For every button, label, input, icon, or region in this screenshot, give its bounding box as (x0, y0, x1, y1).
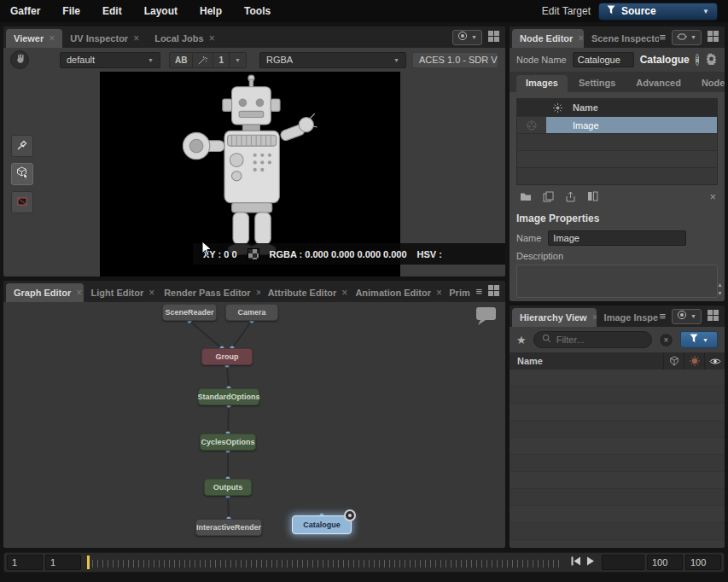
export-icon[interactable] (562, 189, 578, 203)
bookmark-star-icon[interactable]: ★ (516, 334, 527, 346)
graph-canvas[interactable]: SceneReader Camera Group StandardOptions… (3, 302, 505, 548)
tab-scene-inspector[interactable]: Scene Inspecto (584, 29, 660, 48)
menu-gaffer[interactable]: Gaffer (10, 5, 40, 17)
tab-light-editor[interactable]: Light Editor × (84, 283, 157, 302)
description-textarea[interactable] (516, 265, 718, 298)
node-group[interactable]: Group (201, 348, 253, 365)
frame-ruler[interactable] (84, 553, 564, 572)
edit-target-source-dropdown[interactable]: Source ▼ (598, 3, 718, 20)
panel-menu-icon[interactable]: ≡ (659, 310, 666, 323)
tab-viewer[interactable]: Viewer × (6, 29, 62, 48)
exposure-value[interactable]: 1 (213, 53, 230, 67)
filter-search-field[interactable] (533, 331, 652, 348)
scroll-up-icon[interactable]: ▲ (717, 282, 723, 288)
node-cyclesoptions[interactable]: CyclesOptions (200, 434, 256, 451)
crop-window-tool-button[interactable] (11, 191, 33, 213)
skip-to-start-icon[interactable] (571, 556, 581, 568)
subtab-advanced[interactable]: Advanced (626, 75, 690, 92)
node-outputs[interactable]: Outputs (204, 479, 252, 496)
menu-layout[interactable]: Layout (144, 5, 178, 17)
panel-menu-icon[interactable]: ≡ (659, 31, 666, 44)
close-icon[interactable]: × (256, 288, 260, 298)
light-icon[interactable] (684, 352, 704, 370)
catalogue-output-badge-icon[interactable] (344, 509, 356, 521)
layout-grid-icon[interactable] (488, 31, 499, 44)
duplicate-icon[interactable] (540, 189, 556, 203)
display-transform-dropdown[interactable]: ACES 1.0 - SDR Video (412, 52, 498, 68)
filter-funnel-dropdown[interactable]: ▼ (680, 331, 718, 348)
tab-attribute-editor[interactable]: Attribute Editor × (260, 283, 348, 302)
folder-icon[interactable] (518, 189, 533, 203)
geometry-cube-icon[interactable] (663, 352, 684, 370)
range-end-field[interactable] (685, 555, 721, 570)
layout-grid-icon[interactable] (708, 310, 719, 323)
playback-end-field[interactable] (647, 555, 683, 570)
tab-hierarchy-view[interactable]: Hierarchy View × (512, 308, 597, 327)
wand-icon[interactable] (193, 53, 213, 67)
subtab-settings[interactable]: Settings (569, 75, 625, 92)
tab-render-pass-editor[interactable]: Render Pass Editor × (156, 283, 260, 302)
close-icon[interactable]: × (76, 288, 82, 298)
layout-grid-icon[interactable] (708, 31, 719, 44)
selection-tool-button[interactable] (11, 163, 33, 185)
image-row-selected[interactable]: Image (517, 116, 717, 133)
menu-edit[interactable]: Edit (102, 5, 122, 17)
node-standardoptions[interactable]: StandardOptions (198, 388, 259, 405)
close-icon[interactable]: × (149, 288, 154, 298)
remove-image-icon[interactable]: × (709, 191, 716, 202)
scene-target-dropdown[interactable]: ▼ (672, 309, 702, 324)
node-camera[interactable]: Camera (225, 304, 278, 321)
close-icon[interactable]: × (578, 33, 584, 44)
color-picker-tool-button[interactable] (11, 135, 33, 157)
tab-primitive-inspector[interactable]: Prim (441, 283, 475, 302)
node-follow-dropdown[interactable]: ▼ (672, 30, 702, 45)
tab-node-editor[interactable]: Node Editor × (512, 29, 584, 48)
scrollbar[interactable]: ▲ ▼ (717, 282, 723, 296)
close-icon[interactable]: × (133, 33, 139, 44)
play-icon[interactable] (586, 556, 595, 568)
node-name-input[interactable] (573, 52, 634, 67)
viewer-viewport[interactable]: XY : 0 0 RGBA : 0.000 0.000 0.000 0.000 … (3, 72, 505, 276)
annotation-bubble-icon[interactable] (475, 306, 497, 329)
visibility-eye-icon[interactable] (704, 352, 725, 370)
pan-tool-button[interactable] (10, 50, 29, 69)
node-interactiverender[interactable]: InteractiveRender (195, 519, 262, 536)
tab-animation-editor[interactable]: Animation Editor × (347, 283, 441, 302)
node-scenereader[interactable]: SceneReader (162, 304, 217, 321)
compare-ab-button[interactable]: AB (170, 53, 193, 67)
chevron-down-icon[interactable]: ▼ (230, 53, 246, 67)
gear-icon[interactable] (705, 52, 718, 67)
clear-filter-icon[interactable]: × (659, 333, 673, 347)
layout-grid-icon[interactable] (488, 285, 499, 299)
scroll-down-icon[interactable]: ▼ (717, 290, 723, 296)
menu-help[interactable]: Help (200, 5, 222, 17)
close-icon[interactable]: × (49, 33, 55, 44)
node-catalogue-selected[interactable]: Catalogue (292, 515, 352, 534)
subtab-node[interactable]: Node (692, 75, 725, 92)
name-column-header[interactable]: Name (517, 356, 543, 366)
filter-input[interactable] (556, 335, 644, 345)
name-column-header[interactable]: Name (568, 99, 717, 116)
tab-uv-inspector[interactable]: UV Inspector × (62, 29, 147, 48)
tab-graph-editor[interactable]: Graph Editor × (6, 283, 84, 302)
pin-column-icon[interactable] (546, 99, 568, 116)
close-icon[interactable]: × (209, 33, 215, 44)
subtab-images[interactable]: Images (516, 75, 568, 92)
menu-tools[interactable]: Tools (244, 5, 271, 17)
tab-local-jobs[interactable]: Local Jobs × (147, 29, 222, 48)
info-icon[interactable]: i (696, 54, 700, 66)
current-frame-marker[interactable] (87, 556, 90, 569)
menu-file[interactable]: File (62, 5, 80, 17)
columns-icon[interactable] (585, 189, 600, 203)
current-frame-field[interactable] (45, 555, 81, 570)
frame-entry-field[interactable] (602, 555, 644, 570)
channel-selector-dropdown[interactable]: RGBA ▼ (259, 52, 406, 68)
view-selector-dropdown[interactable]: default ▼ (60, 52, 160, 68)
view-target-dropdown[interactable]: ▼ (452, 30, 482, 45)
close-icon[interactable]: × (592, 312, 597, 323)
tab-image-inspector[interactable]: Image Inspe (597, 308, 660, 327)
range-start-field[interactable] (7, 555, 43, 570)
close-icon[interactable]: × (341, 288, 347, 298)
panel-menu-icon[interactable]: ≡ (475, 285, 482, 298)
image-name-input[interactable] (548, 230, 686, 246)
